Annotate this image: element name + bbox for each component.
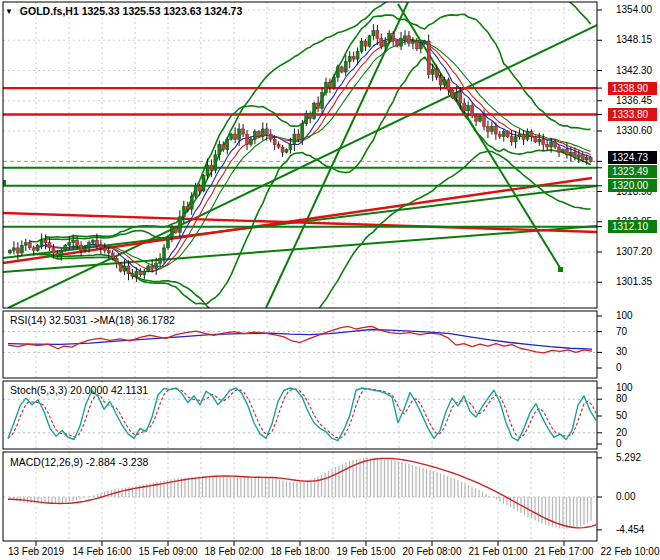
chart-canvas[interactable] [0, 0, 660, 560]
chart-title: GOLD.fs,H1 1325.33 1325.53 1323.63 1324.… [20, 5, 242, 17]
symbol-dropdown-icon[interactable]: ▼ [5, 7, 13, 16]
chart-title-bar: ▼ GOLD.fs,H1 1325.33 1325.53 1323.63 132… [5, 5, 242, 17]
chart-window: 1354.001348.151342.301336.451330.601318.… [0, 0, 660, 560]
rsi-label: RSI(14) 32.5031 ->MA(18) 36.1782 [10, 314, 175, 326]
stoch-label: Stoch(5,3,3) 20.0000 42.1131 [10, 384, 148, 396]
macd-label: MACD(12,26,9) -2.884 -3.238 [10, 456, 148, 468]
